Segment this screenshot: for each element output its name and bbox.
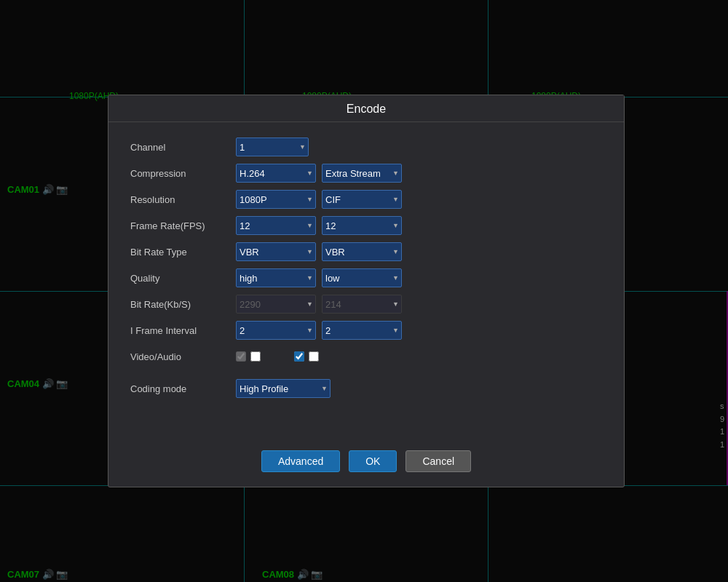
bitratetype-controls: VBR CBR VBR CBR	[236, 242, 402, 261]
bitratetype-label: Bit Rate Type	[130, 247, 236, 258]
resolution-label: Resolution	[130, 194, 236, 205]
codingmode-select[interactable]: High Profile Main Profile Baseline	[236, 379, 331, 398]
audio-checkbox-extra[interactable]	[309, 351, 319, 362]
quality-label: Quality	[130, 273, 236, 284]
bitrate-select2-wrapper: 214	[322, 295, 402, 314]
quality-select2-wrapper: lowest low medium high highest	[322, 268, 402, 287]
framerate-row: Frame Rate(FPS) 12 15 20 25 30 12 15	[130, 215, 602, 236]
resolution-controls: 1080P 720P D1 CIF CIF D1 720P 1080P	[236, 190, 402, 209]
compression-select-stream[interactable]: Extra Stream Main Stream	[322, 164, 402, 183]
framerate-select-main[interactable]: 12 15 20 25 30	[236, 216, 316, 235]
framerate-select-extra[interactable]: 12 15 20 25	[322, 216, 402, 235]
audio-checkbox-main[interactable]	[250, 351, 261, 362]
videoaudio-controls	[236, 351, 319, 362]
resolution-select-extra[interactable]: CIF D1 720P 1080P	[322, 190, 402, 209]
bitratetype-select-main[interactable]: VBR CBR	[236, 242, 316, 261]
framerate-select2-wrapper: 12 15 20 25	[322, 216, 402, 235]
videoaudio-extra-pair	[294, 351, 319, 362]
compression-controls: H.264 H.265 Extra Stream Main Stream	[236, 164, 402, 183]
ok-button[interactable]: OK	[349, 450, 397, 472]
dialog-title: Encode	[347, 103, 386, 115]
codingmode-label: Coding mode	[130, 383, 236, 394]
video-checkbox-extra[interactable]	[294, 351, 304, 362]
quality-row: Quality lowest low medium high highest l…	[130, 268, 602, 288]
videoaudio-main-pair	[236, 351, 261, 362]
compression-row: Compression H.264 H.265 Extra Stream Mai…	[130, 163, 602, 183]
dialog-footer: Advanced OK Cancel	[108, 439, 624, 487]
cancel-button[interactable]: Cancel	[405, 450, 471, 472]
videoaudio-label: Video/Audio	[130, 351, 236, 362]
quality-select-extra[interactable]: lowest low medium high highest	[322, 268, 402, 287]
iframe-select1-wrapper: 1 2 3 4 5	[236, 321, 316, 340]
framerate-controls: 12 15 20 25 30 12 15 20 25	[236, 216, 402, 235]
encode-dialog: Encode Channel 1 2 3 4 Compression	[108, 95, 625, 487]
bitratetype-row: Bit Rate Type VBR CBR VBR CBR	[130, 242, 602, 262]
iframe-select2-wrapper: 1 2 3 4 5	[322, 321, 402, 340]
quality-select-main[interactable]: lowest low medium high highest	[236, 268, 316, 287]
bitratetype-select1-wrapper: VBR CBR	[236, 242, 316, 261]
channel-label: Channel	[130, 142, 236, 153]
iframe-select-main[interactable]: 1 2 3 4 5	[236, 321, 316, 340]
videoaudio-row: Video/Audio	[130, 346, 602, 367]
compression-select-main[interactable]: H.264 H.265	[236, 164, 316, 183]
codingmode-controls: High Profile Main Profile Baseline	[236, 379, 331, 398]
dialog-title-bar: Encode	[108, 95, 624, 122]
iframe-row: I Frame Interval 1 2 3 4 5 1 2 3	[130, 320, 602, 340]
codingmode-select-wrapper: High Profile Main Profile Baseline	[236, 379, 331, 398]
resolution-select1-wrapper: 1080P 720P D1 CIF	[236, 190, 316, 209]
iframe-select-extra[interactable]: 1 2 3 4 5	[322, 321, 402, 340]
bitrate-row: Bit Rate(Kb/S) 2290 214	[130, 294, 602, 314]
bitrate-select1-wrapper: 2290	[236, 295, 316, 314]
advanced-button[interactable]: Advanced	[261, 450, 340, 472]
dialog-body: Channel 1 2 3 4 Compression H.264	[108, 122, 624, 439]
resolution-row: Resolution 1080P 720P D1 CIF CIF D1 720P	[130, 189, 602, 210]
bitratetype-select2-wrapper: VBR CBR	[322, 242, 402, 261]
compression-select1-wrapper: H.264 H.265	[236, 164, 316, 183]
framerate-label: Frame Rate(FPS)	[130, 220, 236, 231]
bitrate-select-extra: 214	[322, 295, 402, 314]
channel-select-wrapper: 1 2 3 4	[236, 137, 309, 156]
compression-label: Compression	[130, 168, 236, 179]
compression-select2-wrapper: Extra Stream Main Stream	[322, 164, 402, 183]
resolution-select2-wrapper: CIF D1 720P 1080P	[322, 190, 402, 209]
quality-select1-wrapper: lowest low medium high highest	[236, 268, 316, 287]
codingmode-row: Coding mode High Profile Main Profile Ba…	[130, 378, 602, 399]
channel-controls: 1 2 3 4	[236, 137, 309, 156]
channel-select[interactable]: 1 2 3 4	[236, 137, 309, 156]
iframe-controls: 1 2 3 4 5 1 2 3 4 5	[236, 321, 402, 340]
video-checkbox-main[interactable]	[236, 351, 246, 362]
bitrate-controls: 2290 214	[236, 295, 402, 314]
bitratetype-select-extra[interactable]: VBR CBR	[322, 242, 402, 261]
iframe-label: I Frame Interval	[130, 325, 236, 336]
quality-controls: lowest low medium high highest lowest lo…	[236, 268, 402, 287]
bitrate-label: Bit Rate(Kb/S)	[130, 299, 236, 310]
channel-row: Channel 1 2 3 4	[130, 137, 602, 157]
bitrate-select-main: 2290	[236, 295, 316, 314]
resolution-select-main[interactable]: 1080P 720P D1 CIF	[236, 190, 316, 209]
framerate-select1-wrapper: 12 15 20 25 30	[236, 216, 316, 235]
